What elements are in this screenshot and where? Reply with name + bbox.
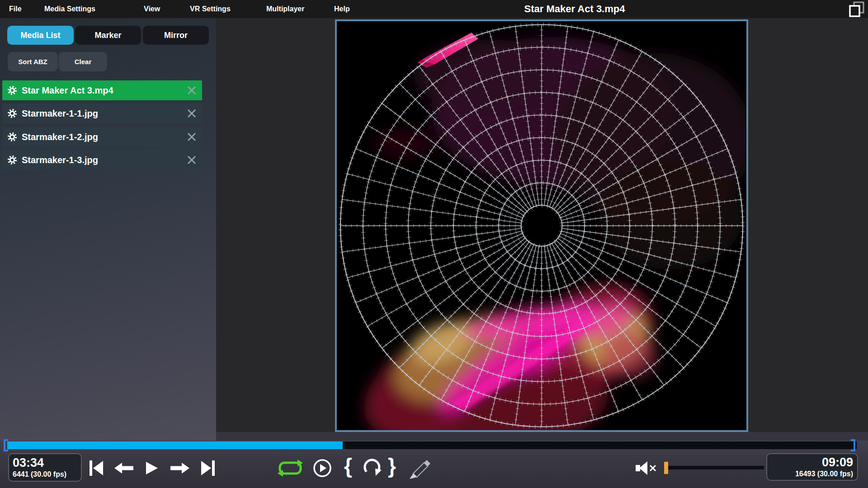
seek-bar-fill [7,441,343,449]
tab-media-list[interactable]: Media List [7,26,74,45]
volume-slider[interactable] [668,466,764,469]
skip-end-icon[interactable] [200,460,216,478]
tab-marker[interactable]: Marker [75,26,141,45]
section-start-brace[interactable]: { [344,454,352,478]
clear-button[interactable]: Clear [59,52,107,71]
step-forward-icon[interactable] [170,462,189,476]
transport-bar: 03:34 6441 (30.00 fps) [0,441,868,488]
total-time: 09:09 [767,455,853,469]
sidebar: Media List Marker Mirror Sort ABZ Clear … [0,18,216,441]
step-back-icon[interactable] [114,462,133,476]
tab-mirror[interactable]: Mirror [143,26,209,45]
gear-icon[interactable] [7,85,17,95]
section-end-brace[interactable]: } [388,454,396,478]
play-icon[interactable] [146,461,158,477]
menu-media-settings[interactable]: Media Settings [44,0,95,18]
menu-vr-settings[interactable]: VR Settings [190,0,231,18]
seek-bar[interactable] [7,441,857,449]
pencil-icon[interactable] [407,455,432,483]
loop-icon[interactable] [277,459,303,479]
total-time-display: 09:09 16493 (30.00 fps) [766,453,858,481]
menu-help[interactable]: Help [334,0,350,18]
dome-preview[interactable] [335,19,748,432]
current-time: 03:34 [13,456,81,469]
loop-start-bracket-icon[interactable] [3,439,9,453]
media-list-item[interactable]: Starmaker-1-2.jpg [2,127,202,147]
media-item-name: Starmaker-1-1.jpg [22,108,187,119]
current-frame-info: 6441 (30.00 fps) [13,469,81,479]
sort-abz-button[interactable]: Sort ABZ [8,52,58,71]
media-item-name: Starmaker-1-3.jpg [22,155,187,165]
media-item-name: Starmaker-1-2.jpg [22,132,187,142]
viewport-bottom-strip [216,432,868,441]
gear-icon[interactable] [7,108,17,118]
play-circle-icon[interactable] [313,459,332,479]
close-icon[interactable] [187,85,197,95]
gear-icon[interactable] [7,132,17,142]
close-icon[interactable] [187,132,197,142]
dome-grid-overlay [340,25,743,427]
menu-view[interactable]: View [144,0,160,18]
window-title: Star Maker Act 3.mp4 [524,0,625,18]
menu-bar: File Media Settings View VR Settings Mul… [0,0,868,18]
total-frame-info: 16493 (30.00 fps) [767,469,853,479]
close-icon[interactable] [187,155,197,165]
media-list-item[interactable]: Starmaker-1-3.jpg [2,150,202,170]
media-list-item[interactable]: Star Maker Act 3.mp4 [2,80,202,100]
skip-start-icon[interactable] [89,460,104,478]
media-list-item[interactable]: Starmaker-1-1.jpg [2,103,202,123]
current-time-display: 03:34 6441 (30.00 fps) [8,453,82,482]
volume-handle[interactable] [664,462,668,474]
gear-icon[interactable] [7,155,17,165]
app-window: File Media Settings View VR Settings Mul… [0,0,868,488]
replay-section-icon[interactable] [361,457,383,481]
restore-window-icon[interactable] [848,1,865,18]
menu-file[interactable]: File [9,0,22,18]
menu-multiplayer[interactable]: Multiplayer [266,0,304,18]
loop-end-bracket-icon[interactable] [850,439,856,453]
close-icon[interactable] [187,108,197,118]
speaker-muted-icon[interactable] [636,460,664,478]
media-item-name: Star Maker Act 3.mp4 [22,85,187,96]
